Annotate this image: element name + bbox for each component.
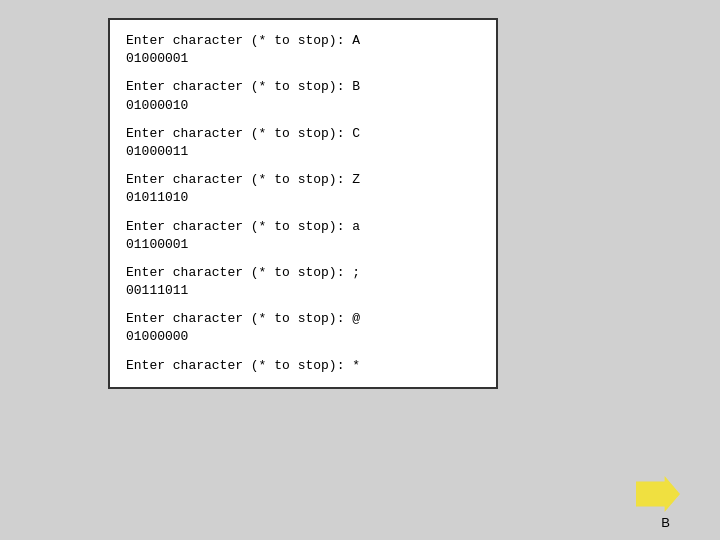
prompt-line: Enter character (* to stop): B — [126, 78, 480, 96]
entry-row: Enter character (* to stop): a01100001 — [126, 218, 480, 254]
binary-line: 01000011 — [126, 143, 480, 161]
binary-line: 01000010 — [126, 97, 480, 115]
content-box: Enter character (* to stop): A01000001En… — [108, 18, 498, 389]
entry-row: Enter character (* to stop): ;00111011 — [126, 264, 480, 300]
entry-row: Enter character (* to stop): B01000010 — [126, 78, 480, 114]
binary-line: 01000000 — [126, 328, 480, 346]
entry-row: Enter character (* to stop): C01000011 — [126, 125, 480, 161]
prompt-line: Enter character (* to stop): A — [126, 32, 480, 50]
entry-row: Enter character (* to stop): * — [126, 357, 480, 375]
page-label: B — [661, 515, 670, 530]
entry-row: Enter character (* to stop): @01000000 — [126, 310, 480, 346]
binary-line: 01000001 — [126, 50, 480, 68]
next-arrow-button[interactable] — [636, 476, 680, 512]
binary-line: 01011010 — [126, 189, 480, 207]
binary-line: 00111011 — [126, 282, 480, 300]
prompt-line: Enter character (* to stop): C — [126, 125, 480, 143]
prompt-line: Enter character (* to stop): * — [126, 357, 480, 375]
binary-line: 01100001 — [126, 236, 480, 254]
entry-row: Enter character (* to stop): A01000001 — [126, 32, 480, 68]
entry-row: Enter character (* to stop): Z01011010 — [126, 171, 480, 207]
prompt-line: Enter character (* to stop): ; — [126, 264, 480, 282]
prompt-line: Enter character (* to stop): Z — [126, 171, 480, 189]
prompt-line: Enter character (* to stop): @ — [126, 310, 480, 328]
prompt-line: Enter character (* to stop): a — [126, 218, 480, 236]
